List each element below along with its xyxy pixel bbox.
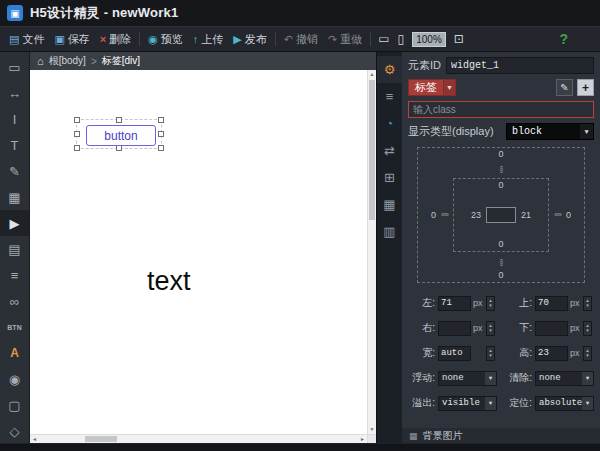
tool-button[interactable]: BTN <box>0 314 29 340</box>
horizontal-scrollbar[interactable]: ◄ ► <box>30 434 367 443</box>
prop-height-input[interactable] <box>535 346 568 361</box>
element-id-input[interactable] <box>446 57 594 74</box>
tool-video[interactable]: ▶ <box>0 210 29 236</box>
scroll-down-icon[interactable]: ▼ <box>368 425 376 434</box>
prop-bottom-stepper[interactable]: ▴▾ <box>583 321 592 336</box>
collapse-chevron-icon[interactable]: «» <box>554 211 561 219</box>
scroll-up-icon[interactable]: ▲ <box>368 70 376 79</box>
edit-tag-button[interactable]: ✎ <box>556 79 573 96</box>
prop-clear: 清除: none ▼ <box>505 370 594 386</box>
selection-handle[interactable] <box>116 117 122 123</box>
prop-right-stepper[interactable]: ▴▾ <box>486 321 495 336</box>
prop-bottom-input[interactable] <box>535 321 568 336</box>
selection-handle[interactable] <box>74 131 80 137</box>
overflow-select[interactable]: visible ▼ <box>438 396 497 411</box>
design-canvas[interactable]: button text <box>30 70 367 434</box>
prop-top-stepper[interactable]: ▴▾ <box>583 296 592 311</box>
overflow-select-value: visible <box>442 398 480 408</box>
panel-tabs: ⚙ ≡ ◔ ⇄ ⊞ ▦ ▥ <box>376 52 402 443</box>
tab-animation[interactable]: ◔ <box>377 110 402 137</box>
box-model-margin: 0 «» 0 «» 0 23 21 0 <box>417 147 585 283</box>
class-input[interactable] <box>408 101 594 118</box>
background-image-section[interactable]: ▦ 背景图片 <box>402 428 600 443</box>
prop-right-input[interactable] <box>438 321 471 336</box>
selection-handle[interactable] <box>158 117 164 123</box>
breadcrumb-current[interactable]: 标签[div] <box>102 54 140 68</box>
redo-button-label: 重做 <box>340 32 362 47</box>
prop-width-stepper[interactable]: ▴▾ <box>486 346 495 361</box>
tab-properties[interactable]: ≡ <box>377 83 402 110</box>
delete-button[interactable]: × 删除 <box>95 30 136 49</box>
delete-button-label: 删除 <box>109 32 131 47</box>
tool-hr[interactable]: ↔ <box>0 80 29 106</box>
add-tag-button[interactable]: + <box>577 79 594 96</box>
undo-icon: ↶ <box>284 34 293 45</box>
tool-checkbox[interactable]: ▢ <box>0 392 29 418</box>
titlebar[interactable]: ▣ H5设计精灵 - newWork1 <box>0 0 600 26</box>
scroll-left-icon[interactable]: ◄ <box>30 435 39 443</box>
selection-handle[interactable] <box>74 117 80 123</box>
tab-library[interactable]: ▥ <box>377 218 402 245</box>
zoom-level-field[interactable]: 100% <box>412 32 446 47</box>
tool-radio[interactable]: ◉ <box>0 366 29 392</box>
vertical-scrollbar-thumb[interactable] <box>369 80 375 220</box>
preview-button[interactable]: ◉ 预览 <box>143 30 188 49</box>
clear-select[interactable]: none ▼ <box>535 371 594 386</box>
prop-left-input[interactable] <box>438 296 471 311</box>
prop-width-input[interactable] <box>438 346 471 361</box>
tool-form[interactable]: ✎ <box>0 158 29 184</box>
selection-handle[interactable] <box>74 145 80 151</box>
tab-events[interactable]: ⇄ <box>377 137 402 164</box>
prop-bottom: 下: px ▴▾ <box>505 320 594 336</box>
tab-gallery[interactable]: ▦ <box>377 191 402 218</box>
background-image-section-label: 背景图片 <box>423 429 463 443</box>
prop-left-stepper[interactable]: ▴▾ <box>486 296 495 311</box>
tab-components[interactable]: ⊞ <box>377 164 402 191</box>
upload-button[interactable]: ↑ 上传 <box>188 30 229 49</box>
publish-button[interactable]: ▶ 发布 <box>228 30 271 49</box>
canvas-text-widget[interactable]: text <box>147 266 191 297</box>
tool-list[interactable]: ≡ <box>0 262 29 288</box>
tool-link[interactable]: ∞ <box>0 288 29 314</box>
scroll-right-icon[interactable]: ► <box>358 435 367 443</box>
prop-height-stepper[interactable]: ▴▾ <box>583 346 592 361</box>
tool-container[interactable]: ▭ <box>0 54 29 80</box>
element-id-label: 元素ID <box>408 58 441 73</box>
tag-select-button[interactable]: 标签 ▼ <box>408 79 456 96</box>
phone-icon[interactable]: ▯ <box>394 30 409 48</box>
redo-button[interactable]: ↷ 重做 <box>323 30 367 49</box>
tab-settings[interactable]: ⚙ <box>377 56 402 83</box>
position-select[interactable]: absolute ▼ <box>535 396 594 411</box>
tool-text[interactable]: T <box>0 132 29 158</box>
collapse-chevron-icon[interactable]: «» <box>497 258 505 265</box>
save-icon: ▣ <box>54 34 64 45</box>
selection-handle[interactable] <box>158 145 164 151</box>
display-select[interactable]: block ▼ <box>506 123 594 140</box>
home-icon[interactable]: ⌂ <box>37 55 44 67</box>
breadcrumb-root[interactable]: 根[body] <box>49 54 86 68</box>
help-icon[interactable]: ? <box>559 31 568 47</box>
horizontal-scrollbar-thumb[interactable] <box>85 436 117 442</box>
prop-left-unit: px <box>473 298 486 308</box>
undo-button-label: 撤销 <box>296 32 318 47</box>
undo-button[interactable]: ↶ 撤销 <box>279 30 323 49</box>
main-area: ▭ ↔ I T ✎ ▦ ▶ ▤ ≡ ∞ BTN A ◉ ▢ ◇ ⌂ 根[body… <box>0 52 600 443</box>
clock-icon: ◔ <box>386 116 394 131</box>
collapse-chevron-icon[interactable]: «» <box>497 165 505 172</box>
tool-page[interactable]: ▤ <box>0 236 29 262</box>
collapse-chevron-icon[interactable]: «» <box>441 211 448 219</box>
prop-top-input[interactable] <box>535 296 568 311</box>
vertical-scrollbar[interactable]: ▲ ▼ <box>367 70 376 434</box>
canvas-button-widget[interactable]: button <box>86 125 156 146</box>
selection-handle[interactable] <box>158 131 164 137</box>
monitor-icon[interactable]: ▭ <box>374 30 393 48</box>
display-type-label: 显示类型(display) <box>408 124 494 139</box>
float-select[interactable]: none ▼ <box>438 371 497 386</box>
tool-image[interactable]: ▦ <box>0 184 29 210</box>
tool-text-cursor[interactable]: I <box>0 106 29 132</box>
tool-shape[interactable]: ◇ <box>0 418 29 444</box>
fit-canvas-icon[interactable]: ⊡ <box>450 30 468 48</box>
tool-anchor[interactable]: A <box>0 340 29 366</box>
save-button[interactable]: ▣ 保存 <box>49 30 94 49</box>
file-button[interactable]: ▤ 文件 <box>4 30 49 49</box>
